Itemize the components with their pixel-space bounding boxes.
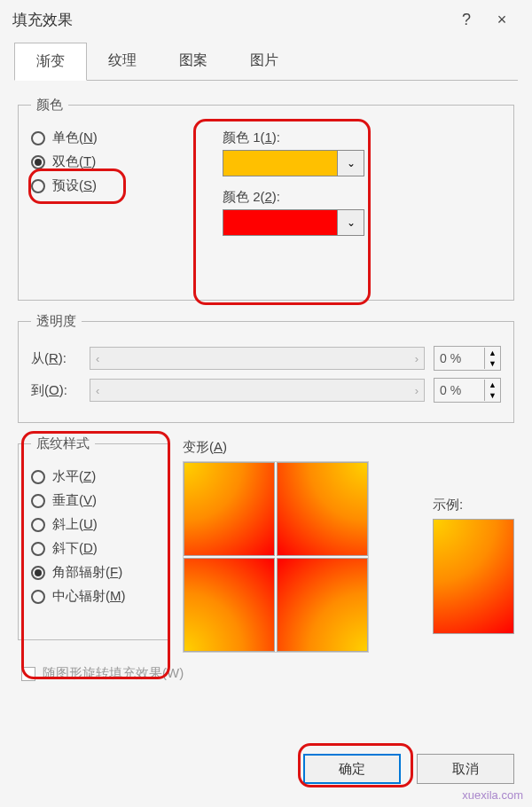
- radio-horizontal[interactable]: 水平(Z): [31, 468, 96, 485]
- color1-dropdown[interactable]: ⌄: [338, 150, 364, 176]
- cancel-button[interactable]: 取消: [417, 754, 514, 784]
- footer: 确定 取消: [303, 754, 514, 784]
- transparency-group: 透明度 从(R): ‹› 0 %▲▼ 到(O): ‹› 0 %▲▼: [18, 313, 514, 423]
- color2-dropdown[interactable]: ⌄: [338, 209, 364, 236]
- tab-pattern[interactable]: 图案: [158, 43, 229, 80]
- spinner-up-icon[interactable]: ▲: [485, 348, 500, 358]
- tab-texture[interactable]: 纹理: [87, 43, 158, 80]
- tab-picture[interactable]: 图片: [229, 43, 300, 80]
- tabs: 渐变 纹理 图案 图片: [14, 43, 518, 81]
- rotate-label: 随图形旋转填充效果(W): [43, 665, 184, 682]
- transparency-to-label: 到(O):: [31, 382, 81, 399]
- fill-effects-dialog: 填充效果 ? × 渐变 纹理 图案 图片 颜色 单色(N) 双色(T) 预设(S…: [0, 0, 532, 807]
- colors-legend: 颜色: [31, 97, 68, 114]
- radio-diagonal-down[interactable]: 斜下(D): [31, 540, 98, 557]
- titlebar: 填充效果 ? ×: [0, 0, 532, 39]
- color2-swatch[interactable]: [223, 209, 338, 236]
- sample-preview: [433, 519, 514, 634]
- dialog-title: 填充效果: [12, 10, 449, 30]
- colors-group: 颜色 单色(N) 双色(T) 预设(S) 颜色 1(1): ⌄ 颜色 2(2):…: [18, 97, 514, 301]
- chevron-down-icon: ⌄: [347, 216, 356, 229]
- shading-styles-group: 底纹样式 水平(Z) 垂直(V) 斜上(U) 斜下(D) 角部辐射(F) 中心辐…: [18, 435, 168, 640]
- variant-1[interactable]: [184, 462, 275, 556]
- radio-two-color[interactable]: 双色(T): [31, 153, 96, 170]
- watermark: xuexila.com: [462, 788, 523, 802]
- chevron-down-icon: ⌄: [347, 157, 356, 169]
- spinner-down-icon[interactable]: ▼: [485, 358, 500, 369]
- help-button[interactable]: ?: [449, 11, 484, 29]
- rotate-with-shape-row: 随图形旋转填充效果(W): [21, 665, 514, 682]
- ok-button[interactable]: 确定: [303, 754, 401, 784]
- radio-single-color[interactable]: 单色(N): [31, 129, 98, 146]
- radio-preset[interactable]: 预设(S): [31, 177, 97, 194]
- spinner-down-icon[interactable]: ▼: [485, 390, 500, 401]
- sample-label: 示例:: [433, 497, 514, 513]
- spinner-up-icon[interactable]: ▲: [485, 380, 500, 390]
- transparency-to-spinner[interactable]: 0 %▲▼: [434, 378, 501, 403]
- radio-from-center[interactable]: 中心辐射(M): [31, 588, 126, 605]
- transparency-from-spinner[interactable]: 0 %▲▼: [434, 346, 501, 371]
- variants-grid: [183, 461, 369, 653]
- radio-vertical[interactable]: 垂直(V): [31, 492, 97, 509]
- transparency-from-label: 从(R):: [31, 350, 81, 367]
- color2-label: 颜色 2(2):: [223, 189, 364, 206]
- variants-label: 变形(A): [183, 439, 514, 456]
- color-pickers: 颜色 1(1): ⌄ 颜色 2(2): ⌄: [223, 129, 364, 236]
- shading-legend: 底纹样式: [31, 435, 95, 452]
- color1-swatch[interactable]: [223, 150, 338, 176]
- variant-3[interactable]: [184, 558, 275, 652]
- variant-4[interactable]: [277, 558, 368, 652]
- tab-gradient[interactable]: 渐变: [14, 43, 87, 81]
- transparency-to-slider[interactable]: ‹›: [90, 379, 425, 402]
- color1-label: 颜色 1(1):: [223, 129, 364, 146]
- close-button[interactable]: ×: [484, 11, 520, 29]
- radio-from-corner[interactable]: 角部辐射(F): [31, 564, 122, 581]
- sample-area: 示例:: [433, 497, 514, 634]
- rotate-checkbox[interactable]: [21, 667, 35, 681]
- radio-diagonal-up[interactable]: 斜上(U): [31, 516, 98, 533]
- variant-2[interactable]: [277, 462, 368, 556]
- transparency-legend: 透明度: [31, 313, 82, 330]
- transparency-from-slider[interactable]: ‹›: [90, 347, 425, 370]
